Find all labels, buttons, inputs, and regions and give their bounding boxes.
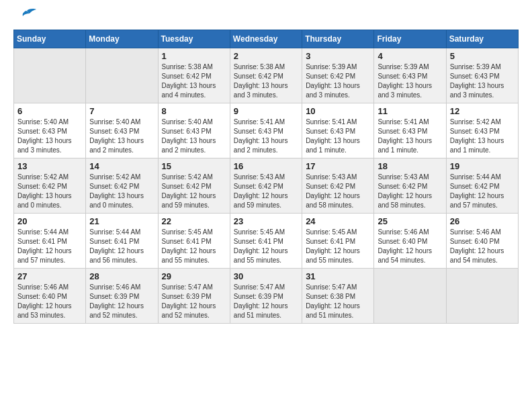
calendar-header-monday: Monday [86,30,158,48]
day-number: 18 [378,161,442,171]
day-number: 11 [378,106,442,116]
day-info: Sunrise: 5:44 AM Sunset: 6:42 PM Dayligh… [450,173,515,210]
day-info: Sunrise: 5:40 AM Sunset: 6:43 PM Dayligh… [17,118,82,155]
day-number: 19 [450,161,515,171]
day-info: Sunrise: 5:42 AM Sunset: 6:43 PM Dayligh… [450,118,515,155]
day-info: Sunrise: 5:46 AM Sunset: 6:40 PM Dayligh… [450,228,515,265]
day-info: Sunrise: 5:42 AM Sunset: 6:42 PM Dayligh… [89,173,154,210]
calendar-cell: 27Sunrise: 5:46 AM Sunset: 6:40 PM Dayli… [14,269,86,324]
calendar-cell: 16Sunrise: 5:43 AM Sunset: 6:42 PM Dayli… [230,158,302,214]
day-info: Sunrise: 5:39 AM Sunset: 6:42 PM Dayligh… [306,62,370,100]
day-info: Sunrise: 5:43 AM Sunset: 6:42 PM Dayligh… [234,173,298,210]
day-number: 20 [17,216,82,226]
calendar-cell: 9Sunrise: 5:41 AM Sunset: 6:43 PM Daylig… [230,103,302,158]
calendar-cell: 13Sunrise: 5:42 AM Sunset: 6:42 PM Dayli… [14,158,86,214]
calendar-header-friday: Friday [374,30,446,48]
calendar-cell: 12Sunrise: 5:42 AM Sunset: 6:43 PM Dayli… [446,103,518,158]
day-info: Sunrise: 5:46 AM Sunset: 6:40 PM Dayligh… [378,228,442,265]
day-info: Sunrise: 5:45 AM Sunset: 6:41 PM Dayligh… [162,228,226,265]
day-number: 1 [162,51,226,61]
calendar-header-thursday: Thursday [302,30,374,48]
calendar-cell: 24Sunrise: 5:45 AM Sunset: 6:41 PM Dayli… [302,214,374,269]
calendar-week-row: 6Sunrise: 5:40 AM Sunset: 6:43 PM Daylig… [14,103,519,158]
day-number: 30 [234,271,298,281]
day-info: Sunrise: 5:43 AM Sunset: 6:42 PM Dayligh… [306,173,370,210]
day-number: 17 [306,161,370,171]
calendar-cell: 30Sunrise: 5:47 AM Sunset: 6:39 PM Dayli… [230,269,302,324]
day-number: 14 [89,161,154,171]
calendar-week-row: 13Sunrise: 5:42 AM Sunset: 6:42 PM Dayli… [14,158,519,214]
calendar-header-wednesday: Wednesday [230,30,302,48]
calendar-cell: 25Sunrise: 5:46 AM Sunset: 6:40 PM Dayli… [374,214,446,269]
day-number: 22 [162,216,226,226]
page-header [13,13,519,23]
day-number: 23 [234,216,298,226]
calendar-cell: 5Sunrise: 5:39 AM Sunset: 6:43 PM Daylig… [446,48,518,103]
calendar-cell: 26Sunrise: 5:46 AM Sunset: 6:40 PM Dayli… [446,214,518,269]
logo [13,13,36,23]
calendar-cell [374,269,446,324]
calendar-cell [14,48,86,103]
day-number: 31 [306,271,370,281]
day-number: 16 [234,161,298,171]
day-number: 7 [89,106,154,116]
day-info: Sunrise: 5:41 AM Sunset: 6:43 PM Dayligh… [306,118,370,155]
calendar-cell: 23Sunrise: 5:45 AM Sunset: 6:41 PM Dayli… [230,214,302,269]
calendar-cell: 2Sunrise: 5:38 AM Sunset: 6:42 PM Daylig… [230,48,302,103]
day-info: Sunrise: 5:42 AM Sunset: 6:42 PM Dayligh… [162,173,226,210]
calendar-cell: 3Sunrise: 5:39 AM Sunset: 6:42 PM Daylig… [302,48,374,103]
day-info: Sunrise: 5:41 AM Sunset: 6:43 PM Dayligh… [234,118,298,155]
day-info: Sunrise: 5:40 AM Sunset: 6:43 PM Dayligh… [162,118,226,155]
calendar-cell: 21Sunrise: 5:44 AM Sunset: 6:41 PM Dayli… [86,214,158,269]
calendar-cell: 15Sunrise: 5:42 AM Sunset: 6:42 PM Dayli… [158,158,230,214]
day-info: Sunrise: 5:42 AM Sunset: 6:42 PM Dayligh… [17,173,82,210]
calendar-cell: 19Sunrise: 5:44 AM Sunset: 6:42 PM Dayli… [446,158,518,214]
day-number: 2 [234,51,298,61]
calendar-cell [446,269,518,324]
calendar-cell: 7Sunrise: 5:40 AM Sunset: 6:43 PM Daylig… [86,103,158,158]
calendar-cell: 8Sunrise: 5:40 AM Sunset: 6:43 PM Daylig… [158,103,230,158]
calendar-cell: 6Sunrise: 5:40 AM Sunset: 6:43 PM Daylig… [14,103,86,158]
day-number: 21 [89,216,154,226]
day-info: Sunrise: 5:47 AM Sunset: 6:39 PM Dayligh… [234,283,298,320]
logo-bird-icon [15,8,36,23]
calendar-cell [86,48,158,103]
calendar-header-sunday: Sunday [14,30,86,48]
day-number: 8 [162,106,226,116]
day-info: Sunrise: 5:41 AM Sunset: 6:43 PM Dayligh… [378,118,442,155]
day-number: 10 [306,106,370,116]
day-number: 25 [378,216,442,226]
calendar-cell: 29Sunrise: 5:47 AM Sunset: 6:39 PM Dayli… [158,269,230,324]
calendar-header-saturday: Saturday [446,30,518,48]
calendar-header-tuesday: Tuesday [158,30,230,48]
day-number: 3 [306,51,370,61]
day-info: Sunrise: 5:38 AM Sunset: 6:42 PM Dayligh… [162,62,226,100]
day-info: Sunrise: 5:39 AM Sunset: 6:43 PM Dayligh… [450,62,515,100]
day-info: Sunrise: 5:45 AM Sunset: 6:41 PM Dayligh… [234,228,298,265]
day-number: 27 [17,271,82,281]
calendar-cell: 22Sunrise: 5:45 AM Sunset: 6:41 PM Dayli… [158,214,230,269]
calendar-cell: 1Sunrise: 5:38 AM Sunset: 6:42 PM Daylig… [158,48,230,103]
day-info: Sunrise: 5:47 AM Sunset: 6:39 PM Dayligh… [162,283,226,320]
calendar-week-row: 27Sunrise: 5:46 AM Sunset: 6:40 PM Dayli… [14,269,519,324]
day-info: Sunrise: 5:47 AM Sunset: 6:38 PM Dayligh… [306,283,370,320]
day-number: 4 [378,51,442,61]
calendar-cell: 17Sunrise: 5:43 AM Sunset: 6:42 PM Dayli… [302,158,374,214]
day-info: Sunrise: 5:46 AM Sunset: 6:39 PM Dayligh… [89,283,154,320]
day-number: 13 [17,161,82,171]
calendar-cell: 20Sunrise: 5:44 AM Sunset: 6:41 PM Dayli… [14,214,86,269]
day-number: 6 [17,106,82,116]
calendar-cell: 31Sunrise: 5:47 AM Sunset: 6:38 PM Dayli… [302,269,374,324]
calendar-header-row: SundayMondayTuesdayWednesdayThursdayFrid… [14,30,519,48]
day-number: 28 [89,271,154,281]
day-info: Sunrise: 5:44 AM Sunset: 6:41 PM Dayligh… [17,228,82,265]
day-info: Sunrise: 5:44 AM Sunset: 6:41 PM Dayligh… [89,228,154,265]
day-number: 15 [162,161,226,171]
day-number: 26 [450,216,515,226]
day-info: Sunrise: 5:45 AM Sunset: 6:41 PM Dayligh… [306,228,370,265]
calendar-table: SundayMondayTuesdayWednesdayThursdayFrid… [13,30,519,324]
calendar-cell: 28Sunrise: 5:46 AM Sunset: 6:39 PM Dayli… [86,269,158,324]
day-number: 29 [162,271,226,281]
calendar-week-row: 1Sunrise: 5:38 AM Sunset: 6:42 PM Daylig… [14,48,519,103]
day-info: Sunrise: 5:39 AM Sunset: 6:43 PM Dayligh… [378,62,442,100]
